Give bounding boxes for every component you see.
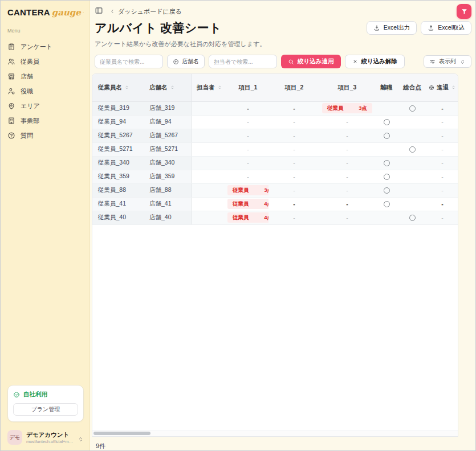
cell-dash: - xyxy=(426,197,458,211)
sidebar-item-areas[interactable]: エリア xyxy=(7,99,84,113)
topbar: ダッシュボードに戻る xyxy=(95,6,471,17)
role-icon xyxy=(7,87,15,95)
cell-empty xyxy=(375,211,398,224)
cell-dash: - xyxy=(320,197,375,211)
cell-dash: - xyxy=(426,156,458,170)
download-icon xyxy=(373,24,380,31)
funnel-icon xyxy=(461,8,468,15)
cell-dash: - xyxy=(227,142,268,156)
account-meta: デモアカウント mostfuntech.official+mostf... xyxy=(26,431,74,444)
sidebar-footer: 自社利用 プラン管理 デモ デモアカウント mostfuntech.offici… xyxy=(7,385,84,446)
circle-mark xyxy=(375,115,398,129)
column-label: 離職 xyxy=(381,84,393,92)
sidebar-nav: アンケート従業員店舗役職エリア事業部質問 xyxy=(7,39,84,143)
scrollbar-thumb[interactable] xyxy=(93,432,150,435)
table-row[interactable]: 従業員_41店舗_41従業員4点--- xyxy=(92,197,458,211)
table-row[interactable]: 従業員_5267店舗_5267---- xyxy=(92,129,458,142)
app-logo[interactable]: CANTERA gauge xyxy=(7,7,84,18)
column-header-status[interactable]: 進退 xyxy=(426,74,458,101)
cell-dash: - xyxy=(426,170,458,183)
column-label: 総合点 xyxy=(403,84,421,92)
cell-text: 従業員_359 xyxy=(92,170,144,183)
employee-search-input[interactable] xyxy=(95,55,163,68)
cell-dash: - xyxy=(320,115,375,129)
plan-status-label: 自社利用 xyxy=(23,391,47,399)
cell-empty xyxy=(191,183,227,197)
sidebar-item-roles[interactable]: 役職 xyxy=(7,84,84,99)
plan-manage-button[interactable]: プラン管理 xyxy=(13,403,78,416)
column-header-manager[interactable]: 担当者 xyxy=(191,74,227,101)
app-window: CANTERA gauge Menu アンケート従業員店舗役職エリア事業部質問 … xyxy=(0,0,476,451)
table-row[interactable]: 従業員_340店舗_340---- xyxy=(92,156,458,170)
excel-import-button[interactable]: Excel取込 xyxy=(421,21,471,35)
column-label: 項目_1 xyxy=(239,84,258,92)
cell-text: 従業員_319 xyxy=(92,101,144,115)
table-row[interactable]: 従業員_94店舗_94---- xyxy=(92,115,458,129)
sidebar-item-label: 役職 xyxy=(21,87,33,96)
cell-empty xyxy=(398,197,426,211)
manager-search-input[interactable] xyxy=(209,55,277,68)
circle-mark xyxy=(375,183,398,197)
sort-icon[interactable] xyxy=(170,85,175,90)
cell-text: 従業員_40 xyxy=(92,211,144,224)
column-visibility-button[interactable]: 表示列 xyxy=(424,55,471,68)
column-header-item2: 項目_2 xyxy=(268,74,320,101)
cell-dash: - xyxy=(426,101,458,115)
sidebar-item-divisions[interactable]: 事業部 xyxy=(7,113,84,128)
cell-empty xyxy=(191,197,227,211)
sort-icon[interactable] xyxy=(451,85,456,90)
table-row[interactable]: 従業員_5271店舗_5271---- xyxy=(92,142,458,156)
sidebar-item-employees[interactable]: 従業員 xyxy=(7,54,84,69)
main-content: ダッシュボードに戻る アルバイト 改善シート Excel出力 Excel取込 ア… xyxy=(90,1,475,450)
cell-text: 店舗_340 xyxy=(144,156,191,170)
column-label: 項目_3 xyxy=(338,84,357,92)
cell-text: 従業員_5267 xyxy=(92,129,144,142)
panel-left-icon xyxy=(95,6,103,17)
sidebar-item-survey[interactable]: アンケート xyxy=(7,39,84,54)
horizontal-scrollbar[interactable] xyxy=(92,430,458,436)
clear-filter-button[interactable]: 絞り込み解除 xyxy=(345,55,405,68)
column-visibility-label: 表示列 xyxy=(439,58,456,65)
apply-filter-button[interactable]: 絞り込み適用 xyxy=(281,55,341,68)
sidebar: CANTERA gauge Menu アンケート従業員店舗役職エリア事業部質問 … xyxy=(1,1,90,450)
sidebar-item-label: 店舗 xyxy=(21,72,33,81)
cell-text: 店舗_359 xyxy=(144,170,191,183)
cell-dash: - xyxy=(268,129,320,142)
map-pin-icon xyxy=(7,102,15,110)
cell-text: 店舗_94 xyxy=(144,115,191,129)
excel-export-button[interactable]: Excel出力 xyxy=(367,21,417,35)
cell-dash: - xyxy=(426,183,458,197)
cell-empty xyxy=(398,156,426,170)
table-row[interactable]: 従業員_40店舗_40従業員4点--- xyxy=(92,211,458,224)
cell-dash: - xyxy=(268,115,320,129)
plan-status: 自社利用 xyxy=(13,391,78,399)
cell-dash: - xyxy=(227,156,268,170)
filter-fab-button[interactable] xyxy=(457,4,471,19)
check-circle-icon xyxy=(13,391,20,398)
apply-filter-label: 絞り込み適用 xyxy=(298,58,334,65)
column-header-store[interactable]: 店舗名 xyxy=(144,74,191,101)
cell-empty xyxy=(191,101,227,115)
table-row[interactable]: 従業員_88店舗_88従業員3点--- xyxy=(92,183,458,197)
sidebar-item-questions[interactable]: 質問 xyxy=(7,128,84,143)
sidebar-item-stores[interactable]: 店舗 xyxy=(7,69,84,84)
column-header-item3: 項目_3 xyxy=(320,74,375,101)
cell-dash: - xyxy=(268,142,320,156)
back-to-dashboard-link[interactable]: ダッシュボードに戻る xyxy=(109,7,182,16)
sidebar-toggle-button[interactable] xyxy=(95,6,105,17)
table-row[interactable]: 従業員_319店舗_319--従業員3点- xyxy=(92,101,458,115)
account-switcher[interactable]: デモ デモアカウント mostfuntech.official+mostf... xyxy=(7,429,84,446)
sort-icon[interactable] xyxy=(217,85,222,90)
sliders-icon xyxy=(429,59,436,65)
cell-dash: - xyxy=(320,170,375,183)
cell-text: 店舗_5271 xyxy=(144,142,191,156)
cell-dash: - xyxy=(320,183,375,197)
cell-dash: - xyxy=(227,115,268,129)
sort-icon[interactable] xyxy=(124,85,129,90)
store-filter-button[interactable]: 店舗名 xyxy=(167,55,205,68)
cell-empty xyxy=(191,115,227,129)
cell-dash: - xyxy=(268,170,320,183)
table-row[interactable]: 従業員_359店舗_359---- xyxy=(92,170,458,183)
column-header-employee[interactable]: 従業員名 xyxy=(92,74,144,101)
clear-filter-label: 絞り込み解除 xyxy=(361,58,398,65)
